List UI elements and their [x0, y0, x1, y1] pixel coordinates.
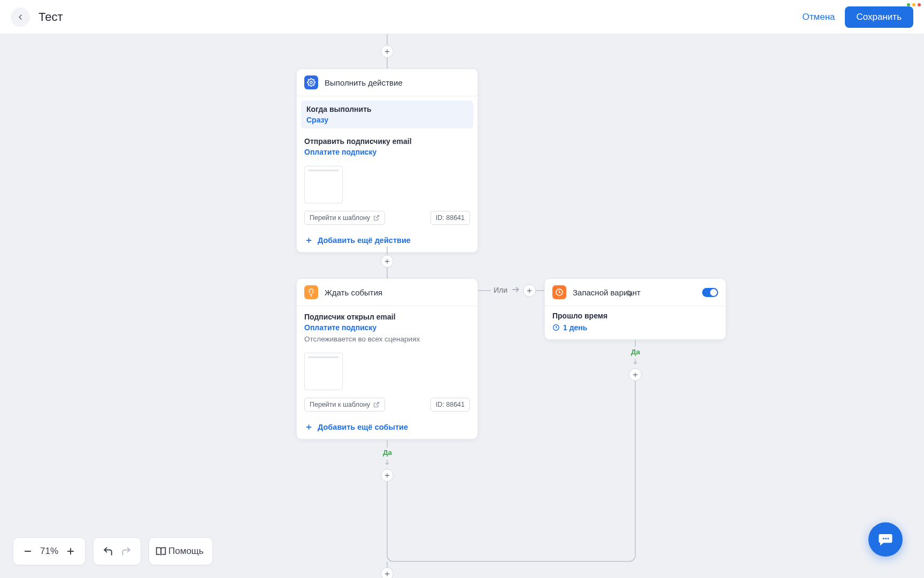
svg-point-0	[310, 81, 312, 83]
back-button[interactable]	[11, 7, 30, 27]
arrow-down-icon	[383, 458, 391, 467]
zoom-controls: 71%	[13, 537, 86, 565]
connector-line	[635, 339, 636, 347]
zoom-out-button[interactable]	[19, 542, 37, 560]
node-fallback[interactable]: Запасной вариант Прошло время 1 день	[544, 278, 726, 340]
elapsed-label: Прошло время	[552, 311, 718, 320]
branch-or-label: Или	[494, 286, 507, 294]
add-node-button[interactable]: ＋	[629, 368, 642, 381]
node-title: Выполнить действие	[325, 78, 403, 87]
connector-line	[387, 58, 388, 69]
add-node-button[interactable]: ＋	[381, 45, 394, 58]
connector-corner	[387, 551, 397, 562]
connector-line	[387, 34, 388, 45]
connector-line	[387, 268, 388, 278]
add-action-label: Добавить ещё действие	[318, 236, 411, 245]
add-node-button[interactable]: ＋	[381, 567, 394, 578]
connector-line	[397, 561, 625, 562]
clock-icon	[552, 285, 566, 299]
node-wait-event[interactable]: Ждать события Подписчик открыл email Опл…	[296, 278, 478, 439]
elapsed-text: 1 день	[563, 323, 587, 332]
arrow-down-icon	[631, 358, 640, 366]
connector-line	[536, 290, 544, 291]
minus-icon	[23, 546, 33, 556]
zoom-value: 71%	[37, 546, 61, 557]
node-action[interactable]: Выполнить действие Когда выполнить Сразу…	[296, 69, 478, 253]
lightbulb-icon	[304, 285, 318, 299]
when-value[interactable]: Сразу	[306, 116, 468, 124]
connector-line	[478, 290, 491, 291]
go-template-label: Перейти к шаблону	[310, 214, 370, 222]
send-email-template-link[interactable]: Оплатите подписку	[304, 148, 470, 156]
add-node-button[interactable]: ＋	[381, 469, 394, 482]
clock-outline-icon	[552, 324, 560, 331]
email-thumbnail[interactable]	[304, 353, 343, 390]
elapsed-value[interactable]: 1 день	[552, 323, 718, 332]
help-label: Помощь	[168, 546, 207, 557]
tracked-note: Отслеживается во всех сценариях	[304, 335, 470, 343]
cancel-link[interactable]: Отмена	[803, 12, 835, 22]
external-link-icon	[373, 401, 380, 408]
book-icon	[156, 546, 166, 557]
connector-line	[387, 482, 388, 551]
svg-line-1	[376, 216, 379, 219]
bottom-toolbar: 71% Помощь	[13, 537, 213, 565]
node-id-badge: ID: 88641	[430, 211, 470, 225]
plus-icon	[66, 546, 75, 556]
arrow-left-icon	[16, 13, 25, 21]
go-to-template-button[interactable]: Перейти к шаблону	[304, 398, 385, 412]
flow-canvas[interactable]: ＋ Выполнить действие Когда выполнить Сра…	[0, 34, 924, 578]
node-title: Ждать события	[325, 288, 382, 297]
connector-line	[387, 440, 388, 447]
arrow-right-icon	[511, 285, 521, 294]
add-node-button[interactable]: ＋	[381, 255, 394, 268]
undo-icon	[103, 546, 113, 557]
plus-icon: ＋	[304, 422, 313, 431]
go-to-template-button[interactable]: Перейти к шаблону	[304, 211, 385, 225]
opened-email-template-link[interactable]: Оплатите подписку	[304, 323, 470, 332]
node-title: Запасной вариант	[573, 288, 641, 297]
svg-point-13	[888, 538, 889, 539]
chat-icon	[877, 531, 894, 547]
add-event-button[interactable]: ＋ Добавить ещё событие	[297, 417, 478, 439]
chat-fab[interactable]	[868, 522, 903, 557]
redo-icon	[121, 546, 132, 557]
gear-icon	[304, 75, 318, 89]
redo-button	[117, 542, 135, 560]
help-button[interactable]: Помощь	[149, 537, 213, 565]
send-email-label: Отправить подписчику email	[304, 137, 470, 146]
fallback-toggle[interactable]	[702, 288, 718, 297]
go-template-label: Перейти к шаблону	[310, 401, 370, 408]
opened-email-label: Подписчик открыл email	[304, 313, 470, 321]
save-button[interactable]: Сохранить	[845, 6, 913, 28]
history-controls	[93, 537, 141, 565]
zoom-in-button[interactable]	[61, 542, 80, 560]
when-label: Когда выполнить	[306, 105, 468, 113]
email-thumbnail[interactable]	[304, 166, 343, 203]
add-event-label: Добавить ещё событие	[318, 423, 408, 431]
page-title: Тест	[38, 10, 63, 24]
plus-icon: ＋	[304, 235, 313, 245]
connector-corner	[625, 551, 636, 562]
when-section[interactable]: Когда выполнить Сразу	[301, 101, 473, 128]
node-id-badge: ID: 88641	[430, 398, 470, 412]
undo-button[interactable]	[99, 542, 117, 560]
branch-yes-label: Да	[383, 448, 392, 457]
branch-yes-label: Да	[631, 348, 640, 356]
svg-point-11	[883, 538, 884, 539]
external-link-icon	[373, 215, 380, 221]
svg-line-2	[376, 402, 379, 406]
svg-point-12	[885, 538, 887, 539]
window-traffic-lights	[907, 3, 921, 6]
add-branch-button[interactable]: ＋	[523, 284, 536, 297]
connector-line	[635, 381, 636, 551]
